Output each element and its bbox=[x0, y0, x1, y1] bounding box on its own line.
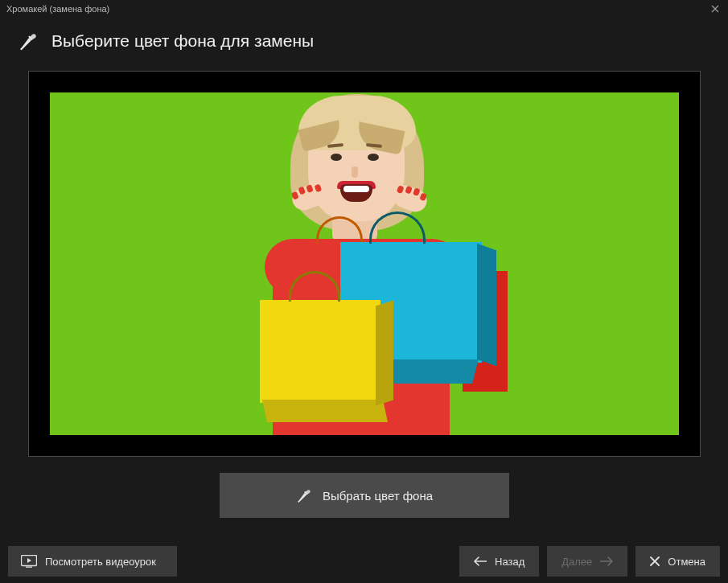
pick-color-label: Выбрать цвет фона bbox=[323, 489, 433, 503]
preview-frame bbox=[28, 71, 701, 457]
dialog-header: Выберите цвет фона для замены bbox=[0, 18, 728, 71]
titlebar: Хромакей (замена фона) bbox=[0, 0, 728, 18]
watch-tutorial-button[interactable]: Посмотреть видеоурок bbox=[8, 546, 177, 577]
eyedropper-icon bbox=[16, 29, 40, 53]
pick-color-button[interactable]: Выбрать цвет фона bbox=[220, 473, 509, 518]
footer-spacer bbox=[185, 546, 451, 577]
svg-rect-3 bbox=[26, 567, 32, 568]
back-label: Назад bbox=[495, 556, 524, 568]
watch-tutorial-label: Посмотреть видеоурок bbox=[45, 556, 156, 568]
window-title: Хромакей (замена фона) bbox=[6, 4, 709, 14]
eyedropper-icon bbox=[295, 487, 313, 504]
dialog-title: Выберите цвет фона для замены bbox=[51, 31, 314, 51]
cancel-button[interactable]: Отмена bbox=[635, 546, 720, 577]
next-label: Далее bbox=[561, 556, 592, 568]
close-icon[interactable] bbox=[709, 2, 722, 15]
cancel-label: Отмена bbox=[668, 556, 705, 568]
dialog-content: Выбрать цвет фона bbox=[0, 71, 728, 541]
dialog-footer: Посмотреть видеоурок Назад Далее Отмена bbox=[0, 541, 728, 583]
next-button: Далее bbox=[547, 546, 627, 577]
arrow-right-icon bbox=[600, 556, 613, 566]
close-icon bbox=[650, 556, 660, 566]
preview-image[interactable] bbox=[50, 92, 679, 435]
back-button[interactable]: Назад bbox=[459, 546, 539, 577]
arrow-left-icon bbox=[474, 556, 487, 566]
play-screen-icon bbox=[21, 555, 37, 568]
preview-illustration bbox=[195, 97, 533, 435]
